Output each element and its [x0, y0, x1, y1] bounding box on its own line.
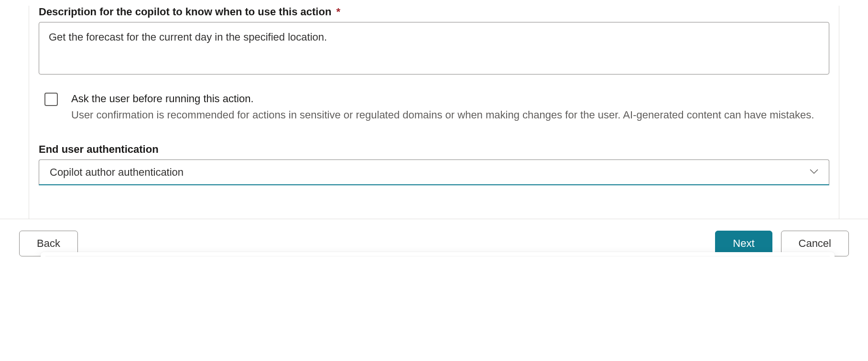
description-label: Description for the copilot to know when… [39, 6, 829, 18]
confirm-primary-text: Ask the user before running this action. [71, 93, 254, 105]
form-panel: Description for the copilot to know when… [29, 6, 839, 219]
auth-select-wrap: Copilot author authentication [39, 159, 829, 185]
required-asterisk: * [336, 6, 340, 18]
auth-select-value: Copilot author authentication [50, 166, 184, 179]
auth-option-user-authentication[interactable]: User authentication [44, 256, 831, 256]
confirm-checkbox[interactable] [44, 93, 58, 106]
confirm-checkbox-row: Ask the user before running this action.… [39, 91, 829, 123]
auth-dropdown-popup: User authentication Copilot author authe… [41, 252, 835, 256]
confirm-secondary-text: User confirmation is recommended for act… [71, 109, 814, 121]
confirm-text-block: Ask the user before running this action.… [71, 91, 814, 123]
auth-select[interactable]: Copilot author authentication [39, 159, 829, 185]
auth-label: End user authentication [39, 143, 829, 156]
button-bar: Back Next Cancel [0, 219, 868, 256]
description-input[interactable] [39, 22, 829, 74]
description-label-text: Description for the copilot to know when… [39, 6, 331, 18]
